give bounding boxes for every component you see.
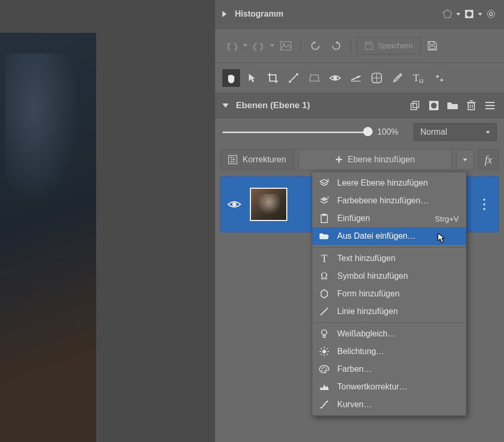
duplicate-icon[interactable] (408, 99, 422, 112)
menu-item-add-shape[interactable]: Form hinzufügen (312, 285, 466, 303)
clipboard-icon (319, 213, 330, 224)
visibility-icon[interactable] (227, 199, 242, 210)
trash-icon[interactable] (465, 99, 478, 112)
svg-rect-41 (323, 214, 326, 216)
save-label: Speichern (378, 41, 413, 50)
sun-icon (319, 346, 330, 357)
svg-text:+: + (327, 196, 329, 200)
svg-rect-19 (413, 101, 419, 108)
chevron-down-icon[interactable] (243, 44, 247, 47)
svg-point-9 (289, 80, 291, 82)
gear-icon[interactable] (485, 8, 497, 20)
corrections-label: Korrekturen (243, 155, 286, 164)
menu-item-exposure[interactable]: Belichtung… (312, 343, 466, 360)
svg-point-45 (323, 350, 326, 354)
menu-icon[interactable] (483, 99, 497, 112)
layers-plus-icon: + (319, 177, 330, 189)
rotate-right-button[interactable] (327, 36, 346, 55)
menu-item-empty-layer[interactable]: + Leere Ebene hinzufügen (312, 174, 466, 192)
svg-rect-44 (323, 335, 325, 337)
folder-icon[interactable] (446, 99, 459, 112)
layer-more-button[interactable] (475, 177, 493, 232)
svg-point-55 (324, 367, 325, 368)
image-icon[interactable] (276, 36, 295, 55)
blend-mode-value: Normal (420, 127, 447, 137)
svg-line-53 (321, 354, 322, 355)
menu-item-levels[interactable]: Tonwertkorrektur… (312, 378, 466, 396)
chevron-down-icon[interactable] (456, 13, 460, 16)
undo-button[interactable] (222, 36, 241, 55)
svg-point-60 (327, 401, 328, 402)
svg-point-35 (233, 159, 235, 161)
svg-line-11 (291, 75, 296, 81)
svg-point-37 (232, 202, 236, 206)
expand-icon (222, 11, 227, 17)
mask-square-icon[interactable] (463, 8, 475, 20)
opacity-row: 100% Normal (215, 118, 504, 146)
svg-line-51 (327, 354, 328, 355)
add-layer-dropdown[interactable] (456, 149, 474, 170)
menu-item-add-symbol[interactable]: Ω Symbol hinzufügen (312, 267, 466, 285)
svg-point-1 (467, 11, 472, 17)
menu-item-colors[interactable]: Farben… (312, 360, 466, 378)
svg-text:+: + (327, 178, 329, 183)
perspective-tool[interactable] (306, 69, 323, 87)
edit-tool-toolbar: TΩ (215, 63, 504, 93)
hand-tool[interactable] (222, 69, 240, 87)
sparkle-tool[interactable] (430, 69, 448, 87)
histogram-icon (319, 381, 330, 393)
fx-label: fx (485, 154, 492, 166)
svg-rect-8 (430, 46, 435, 49)
folder-open-icon (319, 230, 330, 242)
svg-line-50 (321, 348, 322, 349)
svg-point-56 (326, 368, 327, 369)
svg-point-43 (322, 330, 327, 335)
menu-item-color-layer[interactable]: + Farbebene hinzufügen… (312, 192, 466, 210)
svg-line-13 (351, 76, 361, 80)
svg-rect-40 (321, 215, 327, 223)
redeye-tool[interactable] (326, 69, 344, 87)
fx-button[interactable]: fx (478, 149, 499, 170)
warp-tool[interactable] (368, 69, 386, 87)
menu-item-paste[interactable]: Einfügen Strg+V (312, 210, 466, 227)
text-tool[interactable]: TΩ (409, 69, 427, 87)
add-layer-button[interactable]: + Ebene hinzufügen (298, 149, 452, 170)
svg-point-34 (231, 157, 232, 159)
mask-icon[interactable] (427, 99, 441, 112)
menu-item-white-balance[interactable]: Weißabgleich… (312, 325, 466, 343)
pentagon-icon[interactable] (442, 8, 453, 20)
menu-item-curves[interactable]: Kurven… (312, 396, 466, 413)
save-button[interactable]: Speichern (356, 37, 421, 55)
chevron-down-icon[interactable] (478, 13, 482, 16)
opacity-slider[interactable] (222, 127, 368, 137)
histogram-panel-header[interactable]: Histogramm (215, 0, 504, 29)
corrections-button[interactable]: Korrekturen (220, 149, 294, 170)
chevron-down-icon (486, 131, 490, 134)
palette-icon (319, 363, 330, 375)
svg-line-42 (321, 308, 328, 315)
brush-tool[interactable] (389, 69, 406, 87)
layer-thumbnail[interactable] (250, 188, 287, 221)
blend-mode-select[interactable]: Normal (414, 123, 497, 141)
save-as-button[interactable] (423, 36, 442, 55)
pointer-tool[interactable] (243, 69, 261, 87)
menu-item-add-text[interactable]: T Text hinzufügen (312, 250, 466, 267)
level-tool[interactable] (347, 69, 365, 87)
canvas-area (0, 0, 215, 442)
curve-icon (319, 399, 330, 410)
layers-panel-header[interactable]: Ebenen (Ebene 1) (215, 93, 504, 118)
collapse-icon (222, 103, 229, 108)
svg-point-12 (334, 76, 337, 80)
svg-point-2 (487, 10, 495, 18)
redo-button[interactable] (249, 36, 268, 55)
svg-point-10 (296, 73, 298, 75)
menu-item-add-line[interactable]: Linie hinzufügen (312, 303, 466, 320)
svg-point-58 (321, 407, 322, 409)
canvas-image[interactable] (0, 33, 96, 442)
line-tool-icon[interactable] (285, 69, 302, 87)
svg-rect-7 (430, 42, 434, 45)
rotate-left-button[interactable] (306, 36, 325, 55)
omega-icon: Ω (319, 270, 330, 282)
chevron-down-icon[interactable] (270, 44, 274, 47)
crop-tool[interactable] (264, 69, 282, 87)
